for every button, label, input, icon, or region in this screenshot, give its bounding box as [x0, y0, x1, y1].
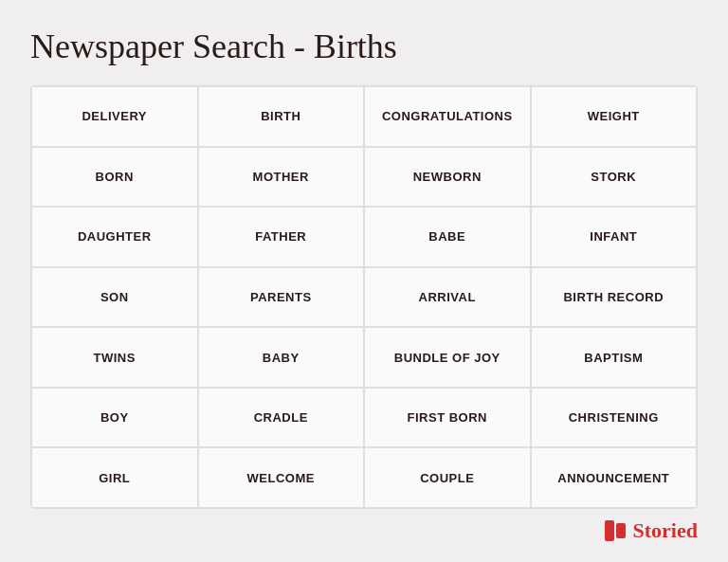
grid-cell-label: SON — [100, 290, 129, 304]
grid-cell: PARENTS — [198, 267, 365, 328]
grid-cell: BORN — [31, 147, 198, 208]
grid-cell: SON — [31, 267, 198, 328]
grid-cell-label: BIRTH — [261, 109, 300, 123]
grid-cell: WEIGHT — [531, 86, 698, 147]
grid-cell-label: DAUGHTER — [78, 229, 152, 244]
grid-cell: INFANT — [531, 207, 698, 267]
grid-cell: BIRTH RECORD — [531, 267, 698, 328]
grid-cell-label: PARENTS — [250, 290, 312, 304]
grid-cell-label: WEIGHT — [588, 109, 640, 123]
bar-right-icon — [616, 523, 626, 538]
grid-cell-label: BUNDLE OF JOY — [394, 351, 500, 365]
grid-cell-label: CHRISTENING — [569, 410, 659, 425]
grid-cell: MOTHER — [198, 147, 365, 208]
grid-cell-label: FIRST BORN — [408, 410, 487, 425]
grid-cell-label: TWINS — [94, 351, 136, 365]
grid-cell-label: BORN — [96, 170, 134, 184]
grid-cell-label: MOTHER — [253, 170, 309, 184]
grid-cell-label: ANNOUNCEMENT — [557, 471, 669, 485]
grid-cell: COUPLE — [364, 447, 531, 508]
grid-cell-label: FATHER — [255, 229, 306, 244]
grid-cell: GIRL — [31, 447, 198, 508]
grid-cell-label: BAPTISM — [584, 351, 643, 365]
grid-cell: BOY — [31, 388, 198, 448]
footer: Storied — [30, 509, 698, 543]
grid-cell-label: BABE — [428, 229, 465, 244]
grid-cell-label: BABY — [263, 351, 300, 365]
storied-icon — [605, 520, 626, 541]
grid-cell: CRADLE — [198, 388, 365, 448]
grid-cell-label: WELCOME — [247, 471, 315, 485]
grid-cell: BAPTISM — [531, 327, 698, 388]
grid-cell: CHRISTENING — [531, 388, 698, 448]
grid-cell: FIRST BORN — [364, 388, 531, 448]
grid-cell: ANNOUNCEMENT — [531, 447, 698, 508]
grid-cell: BIRTH — [198, 86, 365, 147]
grid-cell: BABY — [198, 327, 365, 388]
grid-cell: TWINS — [31, 327, 198, 388]
word-grid: DELIVERYBIRTHCONGRATULATIONSWEIGHTBORNMO… — [30, 85, 698, 509]
grid-cell-label: CONGRATULATIONS — [382, 109, 513, 123]
page-title: Newspaper Search - Births — [30, 27, 698, 66]
grid-cell: CONGRATULATIONS — [364, 86, 531, 147]
grid-cell: STORK — [531, 147, 698, 208]
grid-cell-label: GIRL — [99, 471, 130, 485]
grid-cell-label: CRADLE — [254, 410, 308, 425]
grid-cell-label: STORK — [591, 170, 636, 184]
grid-cell-label: NEWBORN — [413, 170, 482, 184]
grid-cell-label: COUPLE — [420, 471, 474, 485]
bar-left-icon — [605, 520, 614, 541]
grid-cell-label: ARRIVAL — [419, 290, 476, 304]
grid-cell: FATHER — [198, 207, 365, 267]
grid-cell-label: BOY — [100, 410, 129, 425]
grid-cell: NEWBORN — [364, 147, 531, 208]
grid-cell-label: INFANT — [590, 229, 637, 244]
grid-cell: DELIVERY — [31, 86, 198, 147]
storied-logo: Storied — [605, 518, 698, 543]
grid-cell: ARRIVAL — [364, 267, 531, 328]
grid-cell: DAUGHTER — [31, 207, 198, 267]
grid-cell: WELCOME — [198, 447, 365, 508]
grid-cell: BUNDLE OF JOY — [364, 327, 531, 388]
brand-name: Storied — [633, 518, 698, 543]
grid-cell-label: BIRTH RECORD — [563, 290, 664, 304]
grid-cell-label: DELIVERY — [82, 109, 147, 123]
grid-cell: BABE — [364, 207, 531, 267]
